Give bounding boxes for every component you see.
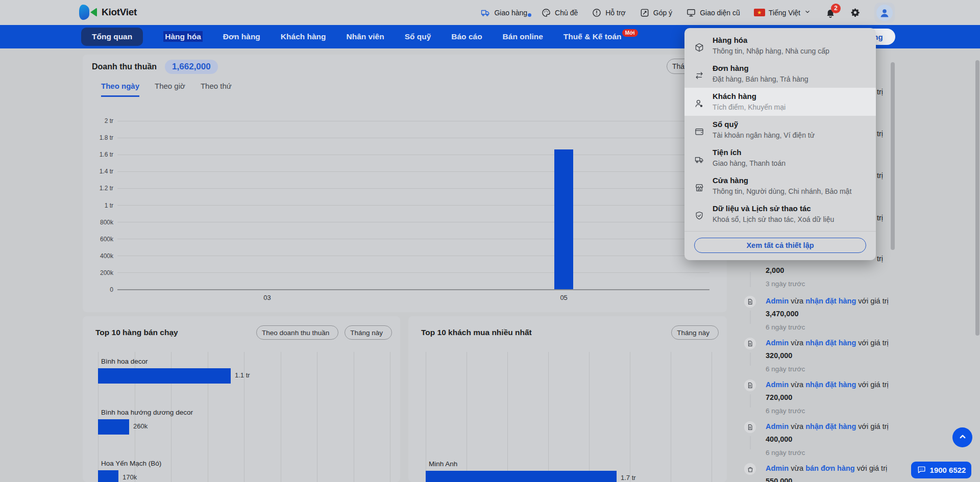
bar-b-nh-hoa-h-ng-d-ng-decor[interactable] (98, 419, 129, 435)
menu-item-subtitle: Thông tin, Nhập hàng, Nhà cung cấp (713, 47, 829, 55)
revenue-tab-theo-gi-[interactable]: Theo giờ (155, 82, 185, 97)
gridline (117, 222, 709, 222)
activity-user-link[interactable]: Admin (766, 422, 789, 430)
y-axis-tick: 600k (90, 236, 113, 243)
activity-action-link[interactable]: nhận đặt hàng (805, 339, 856, 347)
nav-tab-nh-n-vi-n[interactable]: Nhân viên (347, 32, 384, 41)
activity-action-link[interactable]: nhận đặt hàng (805, 422, 856, 430)
nav-tab--n-h-ng[interactable]: Đơn hàng (223, 32, 260, 41)
chat-bubble-icon (917, 465, 926, 476)
bar-b-nh-hoa-decor[interactable] (98, 368, 231, 384)
brand-name: KiotViet (102, 7, 137, 18)
language-select[interactable]: ★Tiếng Việt (754, 8, 811, 17)
nav-tab-b-n-online[interactable]: Bán online (503, 32, 543, 41)
nav-tab-thu-k-to-n[interactable]: Thuế & Kế toánMới (564, 32, 638, 41)
customers-period-select[interactable]: Tháng này (671, 325, 719, 340)
nav-tab-s-qu-[interactable]: Sổ quỹ (405, 32, 431, 41)
menu-item-d-li-u-v-l-ch-s-thao-t-c[interactable]: Dữ liệu và Lịch sử thao tácKhoá sổ, Lịch… (684, 200, 876, 228)
gridline (467, 352, 467, 482)
activity-user-link[interactable]: Admin (766, 380, 789, 389)
header-item-5[interactable]: Giao diện cũ (686, 8, 740, 18)
menu-item-s-qu-[interactable]: Sổ quỹTài khoản ngân hàng, Ví điện tử (684, 116, 876, 144)
activity-user-link[interactable]: Admin (766, 464, 789, 472)
user-avatar-button[interactable] (874, 3, 895, 23)
window-scrollbar[interactable] (975, 60, 979, 336)
settings-dropdown-menu: Hàng hóaThông tin, Nhập hàng, Nhà cung c… (684, 28, 876, 260)
header-item-4[interactable]: Góp ý (640, 8, 672, 18)
header-menu: Giao hàngChủ đềHỗ trợGóp ýGiao diện cũ★T… (480, 0, 895, 25)
gridline (281, 352, 281, 482)
feed-text-fragment: trị (877, 130, 883, 138)
activity-action-link[interactable]: nhận đặt hàng (805, 380, 856, 389)
gridline (317, 352, 317, 482)
menu-item-subtitle: Tài khoản ngân hàng, Ví điện tử (713, 131, 815, 139)
timeline-connector (750, 436, 751, 449)
scroll-to-top-button[interactable] (952, 427, 972, 447)
nav-tab-b-o-c-o[interactable]: Báo cáo (451, 32, 482, 41)
menu-item-kh-ch-h-ng[interactable]: Khách hàngTích điểm, Khuyến mại (684, 88, 876, 116)
nav-tab-label: Khách hàng (281, 32, 326, 41)
nav-tab-t-ng-quan[interactable]: Tổng quan (81, 28, 143, 46)
activity-user-link[interactable]: Admin (766, 339, 789, 347)
wallet-icon (694, 126, 705, 139)
gridline (671, 352, 671, 482)
bar-hoa-y-n-m-ch-b-[interactable] (98, 470, 118, 482)
notifications-button[interactable]: 2 (825, 7, 836, 18)
menu-item-ti-n-ch[interactable]: Tiện íchGiao hàng, Thanh toán (684, 144, 876, 172)
menu-item-title: Dữ liệu và Lịch sử thao tác (713, 204, 834, 213)
header-item-label: Giao hàng (494, 9, 527, 17)
gridline (117, 289, 709, 290)
header-item-1[interactable]: Giao hàng (480, 8, 527, 18)
notification-dot (528, 13, 531, 17)
package-icon (694, 42, 705, 55)
products-period-select[interactable]: Tháng này (345, 325, 392, 340)
header-item-2[interactable]: Chủ đề (541, 8, 578, 18)
products-metric-select[interactable]: Theo doanh thu thuần (256, 325, 338, 340)
header-item-3[interactable]: Hỗ trợ (592, 8, 626, 18)
revenue-bar-chart: 0200k400k600k800k1 tr1.2 tr1.4 tr1.6 tr1… (117, 121, 709, 290)
x-axis-tick: 05 (554, 294, 574, 301)
menu-item-c-a-h-ng[interactable]: Cửa hàngThông tin, Người dùng, Chi nhánh… (684, 172, 876, 200)
chevron-up-icon (958, 432, 968, 443)
revenue-tab-theo-th-[interactable]: Theo thứ (201, 82, 232, 97)
document-icon (744, 421, 756, 433)
vietnam-flag-icon: ★ (754, 9, 765, 16)
view-all-settings-button[interactable]: Xem tất cả thiết lập (694, 238, 866, 253)
y-axis-tick: 1.6 tr (90, 151, 113, 158)
timeline-connector (750, 352, 751, 366)
nav-tab-h-ng-h-a[interactable]: Hàng hóa (163, 32, 203, 41)
activity-action-link[interactable]: bán đơn hàng (805, 464, 855, 472)
gridline (117, 138, 709, 138)
gridline (117, 155, 709, 155)
menu-item-title: Tiện ích (713, 148, 786, 157)
revenue-chart-tabs: Theo ngàyTheo giờTheo thứ (101, 82, 232, 97)
activity-amount: 3,470,000 (766, 310, 799, 318)
gridline (117, 256, 709, 256)
revenue-tab-theo-ng-y[interactable]: Theo ngày (101, 82, 139, 97)
kiotviet-logo[interactable]: KiotViet (79, 4, 137, 20)
activity-action-link[interactable]: nhận đặt hàng (805, 297, 856, 305)
bar-minh-anh[interactable] (426, 471, 617, 482)
gridline (712, 352, 712, 482)
nav-tab-label: Hàng hóa (163, 31, 203, 42)
settings-gear-button[interactable] (850, 7, 861, 18)
gridline (354, 352, 354, 482)
timeline-connector (750, 311, 751, 324)
menu-item-h-ng-h-a[interactable]: Hàng hóaThông tin, Nhập hàng, Nhà cung c… (684, 32, 876, 60)
revenue-bar-05[interactable] (554, 149, 573, 289)
menu-item--n-h-ng[interactable]: Đơn hàngĐặt hàng, Bán hàng, Trả hàng (684, 60, 876, 88)
nav-tab-label: Sổ quỹ (405, 32, 431, 41)
activity-amount: 400,000 (766, 435, 792, 443)
menu-item-subtitle: Khoá sổ, Lịch sử thao tác, Xoá dữ liệu (713, 215, 834, 223)
swap-arrows-icon (694, 70, 705, 83)
palette-icon (541, 8, 551, 18)
content-scrollbar[interactable] (891, 62, 895, 250)
y-axis-tick: 1.4 tr (90, 168, 113, 175)
feed-text-fragment: trị (877, 214, 883, 222)
activity-user-link[interactable]: Admin (766, 297, 789, 305)
customers-period-label: Tháng này (677, 329, 709, 337)
net-revenue-value[interactable]: 1,662,000 (165, 60, 218, 74)
bar-category-label: Minh Anh (429, 460, 457, 468)
nav-tab-kh-ch-h-ng[interactable]: Khách hàng (281, 32, 326, 41)
hotline-chat-button[interactable]: 1900 6522 (911, 462, 971, 478)
